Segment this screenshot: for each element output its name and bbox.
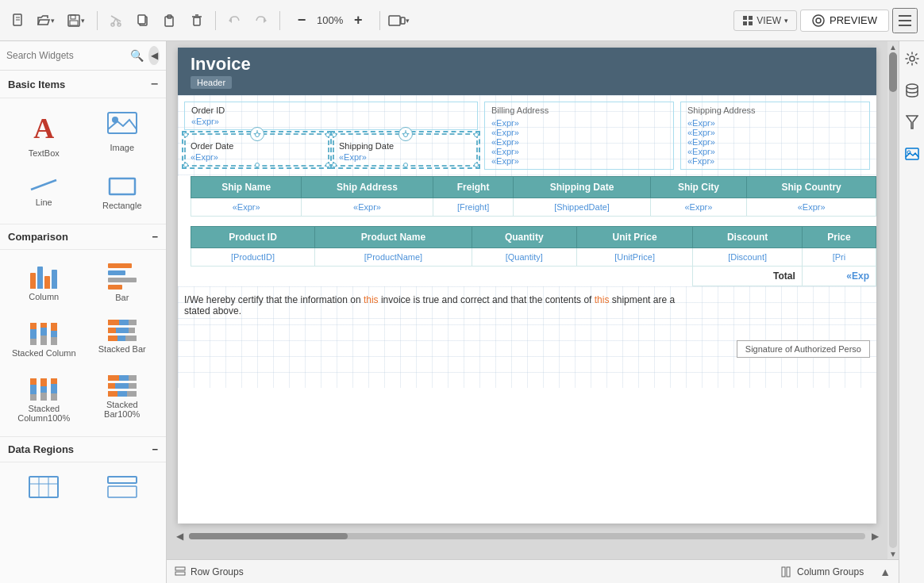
textbox-widget[interactable]: A TextBox — [6, 105, 82, 165]
v-scrollbar-track[interactable] — [889, 52, 897, 548]
rectangle-widget[interactable]: Rectangle — [85, 168, 160, 217]
line-widget[interactable]: Line — [6, 168, 82, 217]
v-scrollbar-thumb[interactable] — [889, 52, 897, 92]
date-row: ✛ Order Date «Expr» — [184, 133, 478, 167]
settings-icon[interactable] — [901, 48, 923, 70]
ship-data-row: «Expr» «Expr» [Freight] [ShippedDate] «E… — [191, 198, 876, 217]
device-view-button[interactable]: ▾ — [387, 9, 410, 33]
price-data: [Pri — [802, 248, 876, 267]
stacked-bar100-widget[interactable]: Stacked Bar100% — [85, 368, 160, 430]
shipping-date-box[interactable]: ✛ Shipping Date «Expr» — [333, 133, 478, 167]
canvas-scroll-container: Invoice Header Order ID «Expr» — [167, 41, 899, 559]
cut-button[interactable] — [104, 9, 128, 33]
collapse-bottom-button[interactable]: ▲ — [880, 566, 891, 578]
svg-rect-43 — [782, 567, 785, 577]
stacked-column100-icon — [30, 375, 57, 401]
basic-items-label: Basic Items — [8, 79, 65, 90]
data-regions-grid — [0, 462, 166, 514]
quantity-data: [Quantity] — [472, 248, 576, 267]
order-id-box[interactable]: Order ID «Expr» — [184, 102, 478, 130]
handle2-bl — [332, 163, 337, 167]
h-scrollbar-thumb[interactable] — [189, 533, 348, 539]
ship-address-data: «Expr» — [302, 198, 433, 217]
zoom-in-button[interactable]: + — [346, 9, 370, 33]
canvas-scroll[interactable]: Invoice Header Order ID «Expr» — [167, 41, 887, 559]
product-id-header: Product ID — [191, 227, 315, 248]
cert-text-line2: stated above. — [184, 305, 870, 316]
database-icon[interactable] — [901, 79, 923, 102]
shipping-expr-2: «Expr» — [687, 128, 863, 137]
bar-widget[interactable]: Bar — [85, 256, 160, 309]
h-scrollbar-area[interactable]: ◀ ▶ — [167, 530, 887, 543]
menu-button[interactable] — [892, 8, 918, 33]
save-button[interactable]: ▾ — [60, 9, 90, 33]
data-regions-section-header: Data Regions − — [0, 436, 166, 462]
svg-rect-21 — [401, 17, 405, 24]
zoom-out-button[interactable]: − — [290, 9, 314, 33]
h-scrollbar-track[interactable] — [189, 533, 865, 539]
cert-highlight-1: this — [364, 294, 379, 305]
stacked-column-label: Stacked Column — [12, 348, 76, 358]
search-input[interactable] — [6, 50, 125, 61]
delete-button[interactable] — [185, 9, 209, 33]
collapse-data-regions-button[interactable]: − — [152, 443, 158, 455]
data-region-table-widget[interactable] — [6, 469, 82, 508]
handle-bl — [183, 163, 188, 167]
bar-label: Bar — [115, 293, 129, 302]
collapse-sidebar-button[interactable]: ◀ — [148, 46, 160, 65]
cert-text-before: I/We hereby certify that the information… — [184, 294, 364, 305]
collapse-comparison-button[interactable]: − — [152, 231, 158, 243]
redo-button[interactable] — [249, 9, 273, 33]
column-widget[interactable]: Column — [6, 256, 82, 309]
stacked-column-icon — [30, 320, 57, 345]
shipping-address-box[interactable]: Shipping Address «Expr» «Expr» «Expr» «E… — [680, 102, 870, 170]
report-canvas: Invoice Header Order ID «Expr» — [178, 48, 876, 524]
stacked-bar-icon — [108, 320, 137, 341]
copy-button[interactable] — [131, 9, 155, 33]
scroll-left-button[interactable]: ◀ — [170, 531, 189, 542]
svg-rect-5 — [70, 21, 78, 25]
discount-data: [Discount] — [693, 248, 802, 267]
stacked-bar-widget[interactable]: Stacked Bar — [85, 313, 160, 365]
scroll-up-button[interactable]: ▲ — [889, 43, 897, 51]
top-fields-row: Order ID «Expr» ✛ — [178, 95, 876, 176]
line-icon — [28, 175, 60, 194]
order-date-box[interactable]: ✛ Order Date «Expr» — [184, 133, 329, 167]
undo-button[interactable] — [222, 9, 246, 33]
billing-expr-3: «Expr» — [491, 137, 667, 147]
ship-city-header: Ship City — [650, 177, 747, 198]
ship-address-header: Ship Address — [302, 177, 433, 198]
svg-rect-20 — [389, 16, 400, 25]
view-button[interactable]: VIEW ▾ — [733, 10, 797, 31]
stacked-column100-label: Stacked Column100% — [10, 404, 78, 423]
new-button[interactable] — [6, 9, 30, 33]
svg-rect-42 — [175, 572, 185, 575]
open-button[interactable]: ▾ — [33, 9, 57, 33]
billing-address-box[interactable]: Billing Address «Expr» «Expr» «Expr» «Ex… — [484, 102, 674, 170]
billing-address-panel: Billing Address «Expr» «Expr» «Expr» «Ex… — [484, 102, 674, 170]
svg-rect-22 — [743, 16, 747, 20]
handle2-bc — [403, 163, 408, 167]
search-icon[interactable]: 🔍 — [130, 49, 144, 62]
v-scrollbar[interactable]: ▲ ▼ — [887, 41, 899, 559]
canvas-area: Invoice Header Order ID «Expr» — [167, 41, 899, 583]
handle-tr — [325, 132, 330, 137]
data-region-list-widget[interactable] — [85, 469, 160, 508]
toolbar: ▾ ▾ − 100% + ▾ VIEW ▾ PREVIEW — [0, 0, 924, 41]
image-widget[interactable]: Image — [85, 105, 160, 165]
svg-marker-47 — [907, 116, 918, 128]
paste-button[interactable] — [158, 9, 182, 33]
image-panel-icon[interactable] — [901, 143, 923, 165]
scroll-right-button[interactable]: ▶ — [865, 531, 884, 542]
billing-expr-5: «Expr» — [491, 156, 667, 166]
scroll-down-button[interactable]: ▼ — [889, 550, 897, 558]
svg-rect-44 — [787, 567, 790, 577]
shipping-expr-5: «Fxpr» — [687, 156, 863, 166]
ship-name-header: Ship Name — [191, 177, 302, 198]
order-date-expr: «Expr» — [191, 152, 323, 162]
filter-icon[interactable] — [901, 111, 923, 133]
stacked-column100-widget[interactable]: Stacked Column100% — [6, 368, 82, 430]
collapse-basic-button[interactable]: − — [151, 77, 158, 91]
preview-button[interactable]: PREVIEW — [800, 10, 889, 32]
stacked-column-widget[interactable]: Stacked Column — [6, 313, 82, 365]
